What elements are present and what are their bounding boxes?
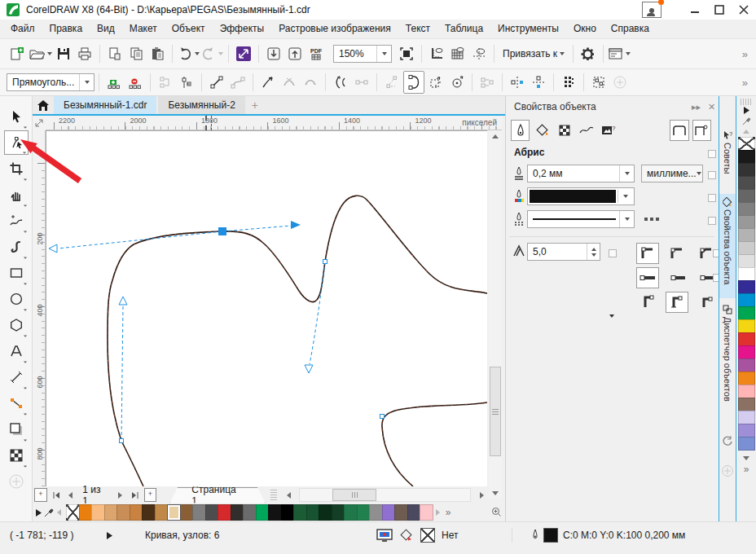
color-swatch[interactable] xyxy=(205,504,219,521)
vertical-scroll-thumb[interactable] xyxy=(490,367,501,456)
color-swatch[interactable] xyxy=(268,504,282,521)
zoom-level-combobox[interactable]: 150% xyxy=(333,45,392,63)
close-curve-button[interactable] xyxy=(403,71,424,94)
rectangle-tool[interactable] xyxy=(4,261,29,285)
palette-scroll-left-button[interactable] xyxy=(54,504,64,521)
propbar-add-button[interactable] xyxy=(610,72,630,93)
color-swatch[interactable] xyxy=(218,504,231,521)
horizontal-ruler[interactable]: пикселей 220020001800160014001200 xyxy=(46,116,502,130)
object-manager-tab[interactable]: Диспетчер объектов xyxy=(719,301,736,425)
color-swatch[interactable] xyxy=(738,228,755,242)
round-corner-button[interactable] xyxy=(666,243,688,264)
right-palette-eyedropper-icon[interactable] xyxy=(738,116,754,126)
outline-color-dropdown-icon[interactable] xyxy=(618,190,632,203)
drop-shadow-tool[interactable] xyxy=(4,417,29,442)
color-swatch[interactable] xyxy=(738,372,755,385)
color-swatch[interactable] xyxy=(306,504,320,521)
minimize-button[interactable] xyxy=(683,0,707,20)
color-swatch[interactable] xyxy=(738,189,755,203)
scroll-up-button[interactable] xyxy=(489,130,502,142)
outline-units-dropdown-icon[interactable] xyxy=(697,172,701,175)
outline-centered-button[interactable] xyxy=(666,292,688,313)
search-content-button[interactable] xyxy=(234,43,253,64)
outline-color-combobox[interactable] xyxy=(527,187,635,205)
miter-corner-button[interactable] xyxy=(636,243,659,264)
curve-node[interactable] xyxy=(380,415,385,419)
right-palette-flyout-icon[interactable] xyxy=(738,105,754,116)
color-swatch[interactable] xyxy=(738,437,755,451)
spin-down-icon[interactable] xyxy=(591,253,596,257)
next-page-button[interactable] xyxy=(113,488,128,503)
menu-item-7[interactable]: Текст xyxy=(398,20,437,38)
color-swatch[interactable] xyxy=(231,504,244,521)
palette-scroll-down-button[interactable] xyxy=(738,453,754,464)
color-swatch[interactable] xyxy=(167,504,181,521)
spin-up-icon[interactable] xyxy=(591,248,596,251)
section-checkbox[interactable] xyxy=(708,150,716,158)
curve-object[interactable] xyxy=(108,196,487,486)
curve-tab[interactable] xyxy=(577,120,596,141)
color-swatch[interactable] xyxy=(104,504,118,521)
fill-status-icon[interactable] xyxy=(399,528,414,543)
docker-expand-icon[interactable] xyxy=(607,318,614,329)
join-nodes-button[interactable] xyxy=(156,72,175,93)
export-button[interactable] xyxy=(285,43,305,64)
toolbar-overflow-icon[interactable]: » xyxy=(742,48,748,60)
object-properties-tab[interactable]: Свойства объекта xyxy=(719,194,736,298)
scroll-mode-button[interactable] xyxy=(692,120,711,141)
menu-item-11[interactable]: Справка xyxy=(604,20,657,38)
auto-close-curve-button[interactable] xyxy=(382,72,402,93)
close-button[interactable] xyxy=(732,0,756,20)
horizontal-scroll-thumb[interactable] xyxy=(332,489,376,501)
menu-item-8[interactable]: Таблица xyxy=(437,20,490,38)
color-swatch[interactable] xyxy=(738,254,755,268)
horizontal-scrollbar[interactable] xyxy=(299,488,471,502)
new-document-button[interactable] xyxy=(7,43,27,64)
import-button[interactable] xyxy=(264,43,284,64)
color-swatch[interactable] xyxy=(738,358,755,372)
paste-button[interactable] xyxy=(147,43,167,64)
color-swatch[interactable] xyxy=(407,504,421,521)
drawing-canvas[interactable] xyxy=(46,130,487,486)
menu-item-9[interactable]: Инструменты xyxy=(490,20,566,38)
color-swatch[interactable] xyxy=(738,280,755,294)
zoom-level-dropdown-icon[interactable] xyxy=(376,46,391,62)
polygon-tool[interactable] xyxy=(4,313,29,337)
color-swatch[interactable] xyxy=(180,504,194,521)
smooth-node-button[interactable] xyxy=(279,72,299,93)
vertical-ruler[interactable]: 200400600800 xyxy=(33,130,46,486)
color-swatch[interactable] xyxy=(738,267,755,281)
color-swatch[interactable] xyxy=(738,385,755,398)
menu-item-2[interactable]: Вид xyxy=(90,20,122,38)
ruler-origin-button[interactable] xyxy=(33,116,46,131)
hscroll-left-button[interactable] xyxy=(282,488,297,503)
color-swatch[interactable] xyxy=(738,215,755,229)
transparency-tool[interactable] xyxy=(4,443,29,468)
color-swatch[interactable] xyxy=(738,319,755,333)
preset-combobox[interactable]: Прямоуголь... xyxy=(7,73,94,91)
menu-item-10[interactable]: Окно xyxy=(566,20,604,38)
color-swatch[interactable] xyxy=(738,424,755,437)
menu-item-1[interactable]: Правка xyxy=(42,20,90,38)
first-page-button[interactable] xyxy=(49,488,64,503)
right-palette-expand-icon[interactable]: » xyxy=(738,464,754,474)
color-swatch[interactable] xyxy=(344,504,358,521)
color-swatch[interactable] xyxy=(738,293,755,307)
open-button[interactable] xyxy=(29,43,52,64)
round-cap-button[interactable] xyxy=(666,267,688,288)
color-swatch[interactable] xyxy=(357,504,371,521)
menu-item-5[interactable]: Эффекты xyxy=(213,20,272,38)
freehand-tool[interactable] xyxy=(4,209,29,233)
add-page-before-button[interactable]: + xyxy=(34,488,47,502)
color-checkbox[interactable] xyxy=(708,194,716,202)
menu-item-0[interactable]: Файл xyxy=(3,20,42,38)
cusp-node-button[interactable] xyxy=(258,72,278,93)
dimension-tool[interactable] xyxy=(4,365,29,389)
color-swatch[interactable] xyxy=(738,345,755,359)
color-swatch[interactable] xyxy=(293,504,307,521)
propbar-overflow-icon[interactable]: » xyxy=(742,77,748,89)
color-swatch[interactable] xyxy=(91,504,105,521)
redo-button[interactable] xyxy=(201,43,223,64)
curve-node[interactable] xyxy=(120,439,124,443)
symmetrical-node-button[interactable] xyxy=(301,72,320,93)
